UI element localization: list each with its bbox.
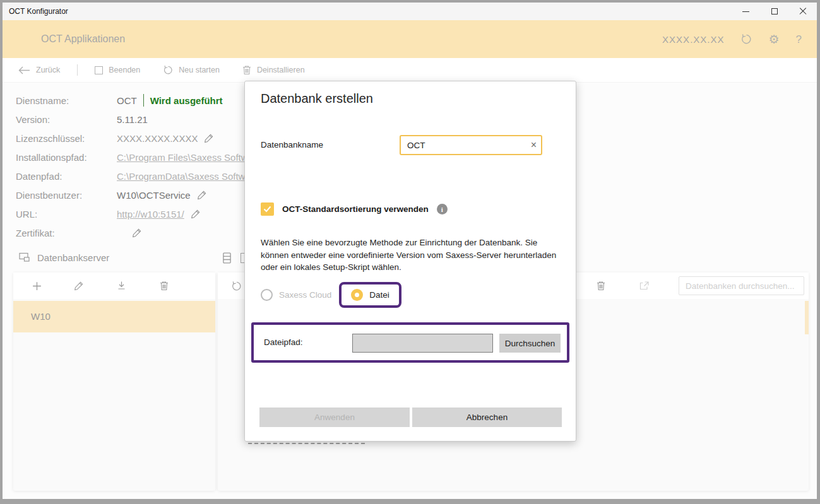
url-label: URL: [16,209,116,220]
filepath-input[interactable] [352,334,493,353]
command-bar: Zurück Beenden Neu starten Deinstalliere… [3,58,817,83]
radio-saxess-cloud[interactable]: Saxess Cloud [261,289,331,301]
dienstname-value: OCT [117,95,137,106]
back-label: Zurück [36,66,60,74]
restart-label: Neu starten [179,66,220,74]
back-arrow-icon [18,66,30,75]
toolbar-separator [77,64,78,76]
service-user-value: W10\OCTService [117,190,191,201]
browse-button[interactable]: Durchsuchen [499,334,561,353]
dienstname-label: Dienstname: [16,95,116,106]
server-section-title: Datenbankserver [37,252,109,263]
version-label: Version: [16,114,116,125]
page-title: OCT Applikationen [41,20,125,58]
minimize-icon [742,11,749,12]
service-user-label: Dienstbenutzer: [16,190,116,201]
sort-checkbox-label: OCT-Standardsortierung verwenden [282,204,429,214]
delete-server-button[interactable] [153,273,175,299]
create-database-dialog: Datenbank erstellen Datenbankname × OCT-… [244,81,576,442]
back-button[interactable]: Zurück [18,66,60,75]
radio-on-icon [351,289,363,301]
refresh-databases-button[interactable] [225,273,247,299]
trash-icon [242,65,251,75]
window-title: OCT Konfigurator [3,7,68,16]
edit-service-user-pencil-icon[interactable] [197,190,207,200]
restart-icon [163,65,173,75]
app-header: OCT Applikationen XXXX.XX.XX ⚙ ? [3,20,817,58]
app-header-actions: XXXX.XX.XX ⚙ ? [662,20,802,58]
sort-checkbox[interactable] [261,202,274,216]
sort-checkbox-row: OCT-Standardsortierung verwenden [261,202,448,216]
database-search-input[interactable] [679,276,804,295]
uninstall-label: Deinstallieren [257,66,305,74]
install-path-link[interactable]: C:\Program Files\Saxess Software [117,152,261,163]
window-controls [732,3,817,20]
close-icon [799,8,807,15]
version-value: 5.11.21 [117,114,148,125]
certificate-label: Zertifikat: [16,228,116,238]
server-list-panel: W10 [13,273,215,491]
radio-cloud-label: Saxess Cloud [279,290,331,300]
radio-file-highlight: Datei [339,282,401,308]
radio-off-icon [261,289,273,301]
dialog-title: Datenbank erstellen [261,91,373,106]
setup-method-radios: Saxess Cloud Datei [261,282,401,308]
info-icon[interactable] [437,204,448,214]
delete-database-button[interactable] [590,273,612,299]
license-key-value: XXXX.XXXX.XXXX [117,133,198,144]
maximize-button[interactable] [760,3,788,20]
edit-server-button[interactable] [68,273,90,299]
server-list-toolbar [13,273,215,299]
radio-datei[interactable]: Datei [351,289,389,301]
apply-button[interactable]: Anwenden [259,407,410,427]
minimize-button[interactable] [732,3,760,20]
restart-service-button[interactable]: Neu starten [163,65,220,75]
status-separator [143,94,144,107]
url-link[interactable]: http://w10:5151/ [117,209,184,220]
server-list-item-w10[interactable]: W10 [13,301,215,332]
data-path-link[interactable]: C:\ProgramData\Saxess Software [117,171,259,182]
server-icon [19,252,31,263]
titlebar: OCT Konfigurator [3,3,817,20]
uninstall-button[interactable]: Deinstallieren [242,65,305,75]
database-name-label: Datenbankname [261,135,323,155]
server-section-header: Datenbankserver [19,252,109,263]
data-path-label: Datenpfad: [16,171,116,182]
filepath-highlight-box: Dateipfad: Durchsuchen [251,322,569,363]
add-server-button[interactable] [26,273,47,299]
help-icon[interactable]: ? [796,34,802,45]
database-name-input[interactable] [401,136,541,154]
edit-certificate-pencil-icon[interactable] [132,228,142,238]
license-key-label: Lizenzschlüssel: [16,133,116,144]
version-placeholder: XXXX.XX.XX [662,34,724,45]
install-path-label: Installationspfad: [16,152,116,163]
close-button[interactable] [788,3,817,20]
cancel-button[interactable]: Abbrechen [412,407,562,427]
occluded-text-sliver [248,443,365,444]
database-icon [222,252,232,264]
radio-file-label: Datei [369,290,389,300]
export-database-button[interactable] [633,273,655,299]
refresh-icon[interactable] [740,33,752,45]
stop-icon [95,66,103,74]
filepath-label: Dateipfad: [264,325,303,360]
edit-license-pencil-icon[interactable] [204,133,214,143]
settings-gear-icon[interactable]: ⚙ [768,33,779,45]
app-window: OCT Konfigurator OCT Applikationen XXXX.… [3,3,817,499]
maximize-icon [771,8,778,15]
selected-database-row-edge [805,301,809,334]
edit-url-pencil-icon[interactable] [191,209,201,219]
stop-service-button[interactable]: Beenden [95,66,140,74]
database-name-field: × [400,135,542,155]
clear-input-icon[interactable]: × [531,136,537,154]
service-status-badge: Wird ausgeführt [150,95,223,106]
database-section-header [222,252,245,264]
stop-label: Beenden [109,66,140,74]
dialog-description: Wählen Sie eine bevorzugte Methode zur E… [261,237,566,274]
window-frame: OCT Konfigurator OCT Applikationen XXXX.… [0,0,820,504]
download-server-button[interactable] [110,273,132,299]
